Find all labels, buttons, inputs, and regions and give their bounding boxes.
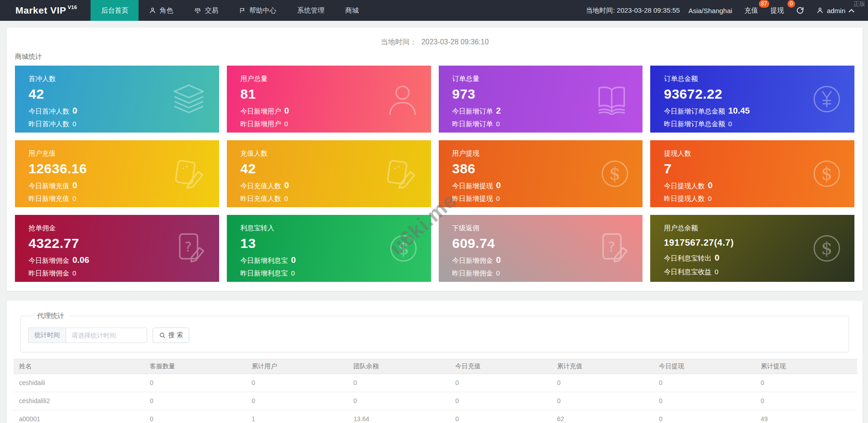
card-title: 用户提现	[452, 149, 643, 158]
table-cell: 0	[755, 392, 857, 410]
card-title: 利息宝转入	[240, 224, 431, 233]
card-title: 充值人数	[240, 149, 431, 158]
table-cell: ceshidaili	[14, 374, 144, 392]
svg-text:$: $	[821, 238, 833, 258]
card-yesterday-line: 昨日新增利息宝0	[240, 269, 431, 278]
user-icon	[816, 7, 824, 14]
table-row: a000010113.64062049	[14, 410, 857, 423]
brand-logo: Market VIPV16	[0, 0, 91, 21]
card-title: 订单总金额	[664, 75, 854, 83]
stat-card-total-users: 用户总量 81 今日新增用户0 昨日新增用户0	[227, 66, 431, 133]
svg-text:?: ?	[608, 239, 615, 255]
table-cell: 0	[755, 374, 857, 392]
flag-icon	[239, 7, 246, 14]
card-yesterday-line: 昨日新增充值0	[29, 195, 219, 203]
scales-icon	[194, 7, 201, 14]
card-title: 用户总余额	[664, 224, 854, 233]
recharge-badge: 87	[759, 0, 769, 8]
nav-item-trade[interactable]: 交易	[183, 0, 229, 21]
admin-menu[interactable]: admin	[816, 7, 854, 14]
doc-question-icon: ?	[598, 232, 630, 265]
recharge-label: 充值	[744, 6, 758, 14]
stat-card-total-orders: 订单总量 973 今日新增订单2 昨日新增订单0	[439, 66, 643, 133]
table-cell: 0	[144, 374, 246, 392]
user-icon	[387, 82, 418, 116]
stat-card-user-total-balance: 用户总余额 1917567.27(4.7) 今日利息宝转出0 今日利息宝收益0 …	[650, 215, 854, 282]
withdraw-label: 提现	[770, 6, 784, 14]
edit-icon	[385, 158, 418, 189]
navbar-right: 当地时间: 2023-03-28 09:35:55 Asia/Shanghai …	[586, 0, 868, 21]
table-cell: 0	[450, 392, 551, 410]
svg-text:$: $	[821, 163, 833, 184]
table-cell: a00001	[14, 410, 144, 423]
navbar-local-time: 当地时间: 2023-03-28 09:35:55	[586, 6, 680, 15]
table-header-cell: 客服数量	[144, 359, 246, 374]
table-cell: 0	[551, 392, 653, 410]
dollar-icon: $	[812, 159, 842, 189]
section-title-mall-stats: 商城统计	[15, 52, 863, 61]
nav-item-system[interactable]: 系统管理	[287, 0, 335, 21]
card-yesterday-line: 昨日新增佣金0	[452, 269, 643, 278]
card-yesterday-line: 昨日新增佣金0	[29, 269, 219, 278]
stat-card-interest-transfer-in: 利息宝转入 13 今日新增利息宝0 昨日新增利息宝0 $	[227, 215, 431, 282]
yen-icon	[812, 84, 842, 114]
stat-time-input[interactable]	[66, 328, 147, 343]
stat-cards-grid: 首冲人数 42 今日首冲人数0 昨日首冲人数0 用户总量 81 今日新增用户0 …	[15, 66, 854, 282]
nav-item-roles[interactable]: 角色	[139, 0, 183, 21]
withdraw-link[interactable]: 提现 0	[770, 6, 784, 15]
table-cell: ceshidalili2	[14, 392, 144, 410]
nav-item-label: 交易	[205, 6, 218, 15]
withdraw-badge: 0	[787, 0, 795, 8]
table-header-cell: 累计充值	[551, 359, 653, 374]
nav-item-label: 系统管理	[297, 6, 324, 15]
stat-time-label: 统计时间	[28, 328, 66, 343]
dollar-icon: $	[388, 233, 418, 263]
table-row: ceshidalili20000000	[14, 392, 857, 410]
refresh-icon[interactable]	[796, 6, 804, 14]
table-header-cell: 今日充值	[450, 359, 551, 374]
search-button[interactable]: 搜 索	[153, 328, 189, 343]
nav-item-help-center[interactable]: 帮助中心	[229, 0, 287, 21]
card-yesterday-line: 昨日新增提现0	[452, 195, 643, 203]
card-yesterday-line: 昨日新增用户0	[240, 120, 431, 128]
book-icon	[594, 83, 630, 115]
admin-name: admin	[827, 7, 845, 14]
agent-stats-legend: 代理统计	[33, 312, 69, 320]
dollar-icon: $	[600, 159, 630, 189]
card-yesterday-line: 昨日新增订单总金额0	[664, 120, 854, 128]
card-title: 订单总量	[452, 75, 643, 83]
table-cell: 62	[551, 410, 653, 423]
table-cell: 0	[144, 392, 246, 410]
edit-icon	[173, 158, 206, 189]
stat-card-user-withdraw: 用户提现 386 今日新增提现0 昨日新增提现0 $	[439, 140, 643, 207]
nav-item-home[interactable]: 后台首页	[91, 0, 139, 21]
table-header-cell: 姓名	[14, 359, 144, 374]
agents-table: 姓名客服数量累计用户团队余额今日充值累计充值今日提现累计提现 ceshidail…	[14, 359, 857, 423]
svg-text:$: $	[398, 238, 409, 258]
dollar-icon: $	[812, 233, 842, 263]
genuine-corner-tag: 正版	[854, 0, 865, 8]
card-title: 提现人数	[664, 149, 854, 158]
nav-menu: 后台首页 角色 交易 帮助中心 系统管理 商城	[91, 0, 369, 21]
table-header-cell: 今日提现	[653, 359, 755, 374]
nav-item-label: 角色	[159, 6, 173, 15]
person-icon	[149, 7, 156, 14]
table-cell: 0	[246, 392, 348, 410]
stat-card-sub-rebate: 下级返佣 609.74 今日新增佣金0 昨日新增佣金0 ?	[439, 215, 643, 282]
brand-version: V16	[67, 5, 77, 10]
stat-time-input-group: 统计时间	[28, 328, 147, 343]
table-header-cell: 累计用户	[246, 359, 348, 374]
filter-row: 统计时间 搜 索	[28, 328, 841, 343]
stat-card-total-order-amount: 订单总金额 93672.22 今日新增订单总金额10.45 昨日新增订单总金额0	[650, 66, 854, 133]
table-cell: 0	[653, 410, 755, 423]
table-row: ceshidaili0000000	[14, 374, 857, 392]
card-title: 用户充值	[29, 149, 219, 158]
recharge-link[interactable]: 充值 87	[744, 6, 758, 15]
nav-item-mall[interactable]: 商城	[335, 0, 369, 21]
stat-card-withdraw-users: 提现人数 7 今日提现人数0 昨日提现人数0 $	[650, 140, 854, 207]
search-icon	[159, 332, 166, 339]
table-header-cell: 累计提现	[755, 359, 857, 374]
card-yesterday-line: 昨日首冲人数0	[29, 120, 219, 128]
card-title: 首冲人数	[29, 75, 219, 83]
agent-stats-panel: 代理统计 统计时间 搜 索 姓名客服数量累计用户团队余额今日充值累计充值今日提现…	[7, 301, 863, 423]
